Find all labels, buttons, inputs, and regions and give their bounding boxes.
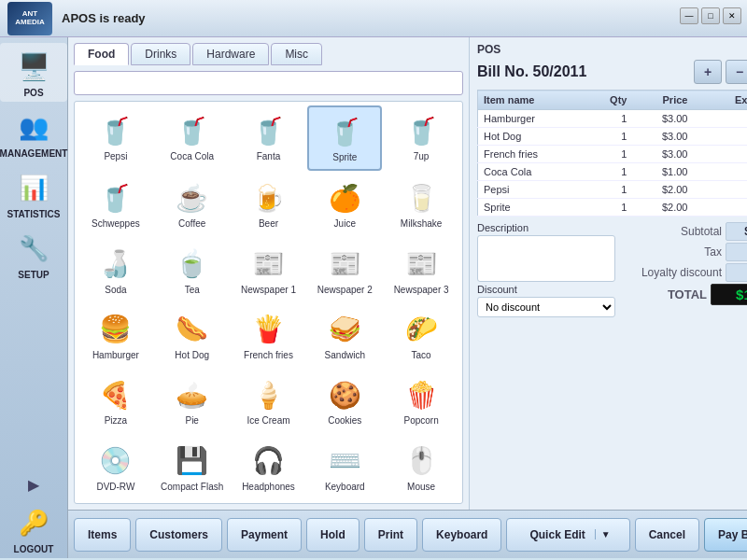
sidebar: 🖥️ POS 👥 MANAGEMENT 📊 STATISTICS 🔧 SETUP… (0, 37, 68, 558)
list-item[interactable]: 🍊 Juice (307, 173, 382, 236)
table-row[interactable]: French fries 1 $3.00 $3.00 (478, 146, 748, 163)
list-item[interactable]: ⌨️ Keyboard (307, 436, 382, 499)
list-item[interactable]: 🥤 Coca Cola (155, 105, 230, 171)
table-row[interactable]: Hot Dog 1 $3.00 $3.00 (478, 128, 748, 146)
item-icon-10: 🍶 (92, 244, 140, 285)
bill-table: Item name Qty Price Ext Price Hamburger … (477, 90, 747, 217)
app-logo: ANTAMEDIA (7, 2, 52, 35)
bottom-toolbar: Items Customers Payment Hold Print Keybo… (68, 510, 747, 558)
list-item[interactable]: 🥤 Sprite (307, 105, 382, 171)
list-item[interactable]: 🍵 Tea (155, 239, 230, 302)
bill-number: Bill No. 50/2011 (477, 63, 586, 80)
item-icon-7: 🍺 (244, 177, 292, 218)
item-label-18: Sandwich (325, 350, 365, 361)
tab-drinks[interactable]: Drinks (131, 43, 190, 65)
table-row[interactable]: Coca Cola 1 $1.00 $1.00 (478, 163, 748, 181)
list-item[interactable]: 🍦 Ice Cream (232, 370, 306, 433)
list-item[interactable]: 💿 DVD-RW (78, 436, 153, 499)
item-icon-8: 🍊 (320, 177, 369, 218)
item-icon-21: 🥧 (168, 374, 217, 415)
list-item[interactable]: 💾 Compact Flash (155, 436, 230, 499)
pos-icon: 🖥️ (11, 47, 56, 86)
item-label-21: Pie (185, 415, 198, 427)
tab-hardware[interactable]: Hardware (192, 43, 269, 65)
prev-bill-button[interactable]: − (726, 60, 747, 84)
item-label-28: Keyboard (325, 482, 365, 493)
management-icon: 👥 (11, 107, 56, 147)
sidebar-label-statistics: STATISTICS (7, 209, 61, 219)
restore-button[interactable]: □ (701, 7, 720, 24)
item-label-8: Juice (334, 218, 356, 230)
cell-ext-4: $2.00 (693, 181, 747, 199)
list-item[interactable]: 🌮 Taco (384, 304, 458, 368)
subtotal-row: Subtotal $14.00 (638, 222, 747, 241)
items-button[interactable]: Items (74, 518, 131, 552)
sidebar-item-management[interactable]: 👥 MANAGEMENT (0, 104, 67, 162)
sidebar-item-pos[interactable]: 🖥️ POS (0, 43, 67, 102)
item-icon-4: 🥤 (397, 110, 445, 151)
add-bill-button[interactable]: + (694, 60, 722, 84)
tab-misc[interactable]: Misc (271, 43, 322, 65)
quick-edit-arrow-icon[interactable]: ▼ (595, 529, 616, 539)
setup-icon: 🔧 (11, 229, 56, 268)
customers-button[interactable]: Customers (135, 518, 222, 552)
list-item[interactable]: 🍿 Popcorn (384, 370, 458, 433)
list-item[interactable]: 🖱️ Mouse (384, 436, 458, 499)
list-item[interactable]: 📰 Newspaper 2 (307, 239, 382, 302)
sidebar-item-statistics[interactable]: 📊 STATISTICS (0, 164, 67, 223)
print-button[interactable]: Print (364, 518, 417, 552)
item-icon-17: 🍟 (244, 309, 292, 350)
discount-select[interactable]: No discount (477, 297, 615, 317)
bill-header: Bill No. 50/2011 + − ✕ (477, 60, 747, 84)
list-item[interactable]: 🥤 7up (384, 105, 458, 171)
tab-food[interactable]: Food (74, 43, 129, 65)
table-row[interactable]: Pepsi 1 $2.00 $2.00 (478, 181, 748, 199)
list-item[interactable]: 🥪 Sandwich (307, 304, 382, 368)
close-button[interactable]: ✕ (723, 7, 741, 24)
list-item[interactable]: 🥤 Schweppes (78, 173, 153, 236)
search-input[interactable] (74, 71, 463, 95)
item-label-4: 7up (414, 151, 430, 162)
cancel-button[interactable]: Cancel (635, 518, 699, 552)
tax-label: Tax (638, 245, 722, 259)
pay-bill-button[interactable]: Pay Bill (704, 518, 747, 552)
hold-button[interactable]: Hold (306, 518, 359, 552)
table-row[interactable]: Sprite 1 $2.00 $2.00 (478, 199, 748, 217)
list-item[interactable]: 🥛 Milkshake (384, 173, 458, 236)
list-item[interactable]: 🥤 Fanta (232, 105, 306, 171)
list-item[interactable]: 🍪 Cookies (307, 370, 382, 433)
minimize-button[interactable]: — (680, 7, 698, 24)
item-label-9: Milkshake (401, 218, 442, 230)
col-qty: Qty (586, 91, 633, 110)
col-item-name: Item name (478, 91, 586, 110)
list-item[interactable]: 🍺 Beer (232, 173, 306, 236)
keyboard-button[interactable]: Keyboard (422, 518, 501, 552)
subtotal-value: $14.00 (726, 222, 747, 241)
payment-button[interactable]: Payment (227, 518, 302, 552)
item-icon-13: 📰 (320, 244, 369, 285)
list-item[interactable]: 🎧 Headphones (232, 436, 306, 499)
list-item[interactable]: 📰 Newspaper 3 (384, 239, 458, 302)
list-item[interactable]: 🍔 Hamburger (78, 304, 153, 368)
col-price: Price (632, 91, 693, 110)
list-item[interactable]: 🌭 Hot Dog (155, 304, 230, 368)
sidebar-item-setup[interactable]: 🔧 SETUP (0, 225, 67, 284)
quick-edit-button[interactable]: Quick Edit ▼ (506, 518, 629, 552)
list-item[interactable]: ☕ Coffee (155, 173, 230, 236)
loyalty-value: $0.00 (726, 263, 747, 282)
item-icon-20: 🍕 (92, 374, 140, 415)
list-item[interactable]: 📰 Newspaper 1 (232, 239, 306, 302)
list-item[interactable]: 🥧 Pie (155, 370, 230, 433)
totals-section: Subtotal $14.00 Tax $0.00 Loyalty discou… (623, 222, 747, 307)
list-item[interactable]: 🍶 Soda (78, 239, 153, 302)
item-label-5: Schweppes (92, 218, 140, 230)
loyalty-label: Loyalty discount (638, 266, 722, 279)
list-item[interactable]: 🥤 Pepsi (78, 105, 153, 171)
sidebar-collapse-arrow[interactable]: ▶ (28, 476, 39, 494)
table-row[interactable]: Hamburger 1 $3.00 $3.00 (478, 110, 748, 128)
list-item[interactable]: 🍕 Pizza (78, 370, 153, 433)
list-item[interactable]: 🍟 French fries (232, 304, 306, 368)
main-layout: 🖥️ POS 👥 MANAGEMENT 📊 STATISTICS 🔧 SETUP… (0, 37, 747, 558)
description-textarea[interactable] (477, 235, 615, 282)
sidebar-item-logout[interactable]: 🔑 LOGOUT (0, 499, 67, 558)
